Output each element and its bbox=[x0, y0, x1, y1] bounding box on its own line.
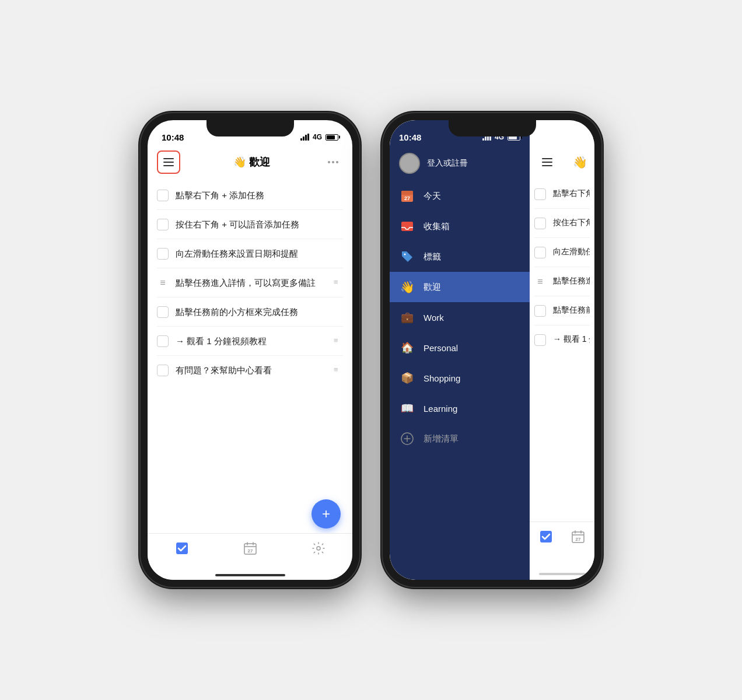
nav-title: 👋 歡迎 bbox=[233, 155, 270, 169]
sidebar-status-time: 10:48 bbox=[399, 132, 421, 142]
task-text: 向左滑動任務來設置日 bbox=[553, 246, 590, 258]
battery-icon bbox=[326, 134, 338, 141]
fab-button[interactable]: + bbox=[312, 499, 341, 528]
nav-bar: 👋 歡迎 bbox=[148, 146, 352, 181]
right-panel: 👋 點擊右下角 + 添加任 按住右下角 + 可以語 向左滑動任務來設置日 bbox=[530, 120, 594, 580]
task-item[interactable]: ≡ 點擊任務進入詳情，可以寫更多備註 ≡ bbox=[157, 268, 343, 298]
sidebar-user[interactable]: 登入或註冊 bbox=[390, 146, 530, 181]
task-item[interactable]: 向左滑動任務來設置日期和提醒 bbox=[157, 239, 343, 268]
right-tab-calendar[interactable]: 27 bbox=[570, 529, 586, 544]
task-checkbox[interactable] bbox=[157, 248, 169, 260]
add-list-icon bbox=[399, 430, 415, 447]
task-item[interactable]: → 觀看 1 分鐘視頻教 bbox=[534, 326, 590, 351]
sidebar-bottom bbox=[390, 556, 530, 580]
task-text: 點擊右下角 + 添加任 bbox=[553, 188, 590, 200]
task-item[interactable]: 向左滑動任務來設置日 bbox=[534, 238, 590, 267]
task-text: 點擊任務前的小方框 bbox=[553, 304, 590, 316]
task-text: → 觀看 1 分鐘視頻教程 bbox=[176, 335, 327, 347]
right-panel-status-bar bbox=[530, 127, 594, 147]
task-text: 點擊任務前的小方框來完成任務 bbox=[176, 306, 343, 318]
right-checklist-icon bbox=[538, 529, 554, 544]
menu-button[interactable] bbox=[157, 150, 180, 174]
task-text: 向左滑動任務來設置日期和提醒 bbox=[176, 247, 343, 260]
user-label: 登入或註冊 bbox=[427, 158, 468, 169]
task-note-indicator: ≡ bbox=[334, 365, 343, 374]
task-note-icon: ≡ bbox=[157, 277, 169, 289]
calendar-icon: 27 bbox=[243, 541, 258, 556]
task-checkbox[interactable] bbox=[157, 306, 169, 318]
sidebar-item-tags[interactable]: 標籤 bbox=[390, 242, 530, 272]
shopping-icon: 📦 bbox=[399, 370, 415, 386]
dot3 bbox=[336, 161, 338, 163]
right-home-indicator bbox=[539, 573, 586, 575]
task-text: → 觀看 1 分鐘視頻教 bbox=[553, 334, 590, 345]
right-tab-checklist[interactable] bbox=[538, 529, 554, 544]
right-tab-bar: 27 bbox=[530, 522, 594, 568]
task-checkbox[interactable] bbox=[157, 190, 169, 201]
sidebar-item-personal[interactable]: 🏠 Personal bbox=[390, 332, 530, 363]
task-text: 點擊任務進入詳情，可以寫更多備註 bbox=[176, 276, 327, 289]
task-checkbox[interactable] bbox=[157, 365, 169, 376]
svg-text:27: 27 bbox=[576, 537, 581, 542]
svg-text:27: 27 bbox=[404, 195, 410, 201]
sidebar-status-icons: 4G bbox=[482, 133, 520, 141]
task-checkbox[interactable] bbox=[534, 218, 546, 229]
task-item[interactable]: 按住右下角 + 可以語 bbox=[534, 209, 590, 238]
task-checkbox[interactable] bbox=[534, 334, 546, 346]
task-item[interactable]: 點擊任務前的小方框 bbox=[534, 296, 590, 326]
task-item[interactable]: → 觀看 1 分鐘視頻教程 ≡ bbox=[157, 327, 343, 356]
home-indicator bbox=[215, 574, 285, 576]
today-icon: 27 bbox=[399, 188, 415, 204]
sidebar-work-label: Work bbox=[424, 313, 444, 323]
task-checkbox[interactable] bbox=[534, 247, 546, 258]
task-text: 點擊右下角 + 添加任務 bbox=[176, 189, 343, 201]
sidebar-item-learning[interactable]: 📖 Learning bbox=[390, 393, 530, 424]
hamburger-line1 bbox=[163, 158, 174, 159]
sidebar-item-today[interactable]: 27 今天 bbox=[390, 181, 530, 211]
sidebar-tags-label: 標籤 bbox=[424, 251, 441, 262]
task-item[interactable]: 點擊右下角 + 添加任務 bbox=[157, 181, 343, 210]
phone2: 10:48 4G 登入或註冊 bbox=[383, 113, 601, 587]
task-checkbox[interactable] bbox=[534, 188, 546, 200]
right-menu-button[interactable] bbox=[537, 152, 558, 173]
task-item[interactable]: ≡ 點擊任務進入詳情，可 bbox=[534, 267, 590, 296]
task-checkbox[interactable] bbox=[534, 305, 546, 317]
sidebar-item-shopping[interactable]: 📦 Shopping bbox=[390, 363, 530, 393]
svg-point-6 bbox=[317, 547, 320, 550]
status-icons: 4G bbox=[300, 133, 338, 141]
task-item[interactable]: 點擊右下角 + 添加任 bbox=[534, 180, 590, 209]
status-time: 10:48 bbox=[162, 132, 184, 142]
sidebar-item-inbox[interactable]: 收集箱 bbox=[390, 211, 530, 242]
task-checkbox[interactable] bbox=[157, 219, 169, 230]
welcome-icon: 👋 bbox=[399, 279, 415, 295]
right-hamburger-line1 bbox=[542, 158, 552, 159]
svg-point-11 bbox=[404, 254, 406, 256]
user-avatar bbox=[399, 153, 420, 174]
task-item[interactable]: 有問題？來幫助中心看看 ≡ bbox=[157, 356, 343, 384]
sidebar-welcome-label: 歡迎 bbox=[424, 282, 441, 293]
task-checkbox[interactable] bbox=[157, 335, 169, 347]
task-text: 有問題？來幫助中心看看 bbox=[176, 364, 327, 376]
tab-calendar[interactable]: 27 bbox=[243, 541, 258, 556]
right-hamburger-line3 bbox=[542, 165, 552, 166]
more-button[interactable] bbox=[323, 156, 343, 168]
task-item[interactable]: 按住右下角 + 可以語音添加任務 bbox=[157, 210, 343, 239]
sidebar: 10:48 4G 登入或註冊 bbox=[390, 120, 530, 580]
gear-icon bbox=[311, 541, 326, 556]
checklist-icon bbox=[174, 541, 190, 556]
tab-settings[interactable] bbox=[311, 541, 326, 556]
svg-text:27: 27 bbox=[247, 548, 253, 554]
sidebar-shopping-label: Shopping bbox=[424, 373, 460, 383]
right-nav-title: 👋 bbox=[573, 155, 587, 169]
sidebar-add-label: 新增清單 bbox=[424, 433, 459, 444]
sidebar-add-list[interactable]: 新增清單 bbox=[390, 424, 530, 454]
phone1: 10:48 4G bbox=[141, 113, 359, 587]
task-item[interactable]: 點擊任務前的小方框來完成任務 bbox=[157, 298, 343, 327]
right-hamburger-line2 bbox=[542, 162, 552, 163]
notch bbox=[206, 120, 294, 136]
tab-checklist[interactable] bbox=[174, 541, 190, 556]
inbox-icon bbox=[399, 218, 415, 235]
sidebar-item-work[interactable]: 💼 Work bbox=[390, 302, 530, 332]
sidebar-status-bar: 10:48 4G bbox=[390, 120, 530, 146]
sidebar-item-welcome[interactable]: 👋 歡迎 bbox=[390, 272, 530, 302]
